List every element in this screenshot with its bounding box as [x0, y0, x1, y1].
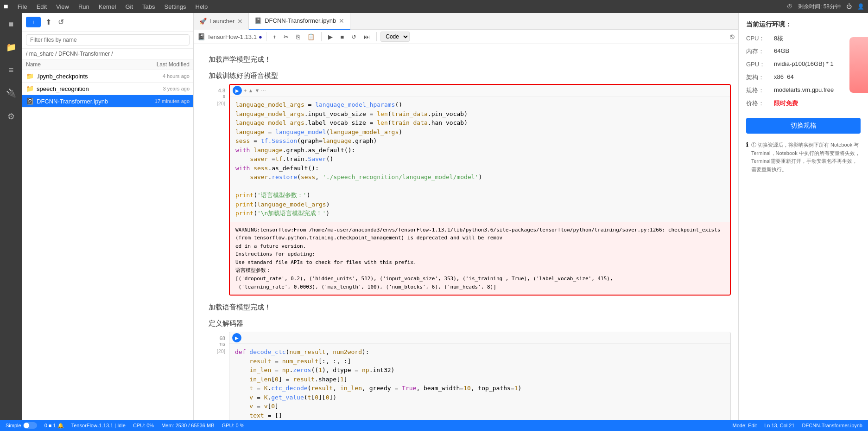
simple-toggle[interactable]: Simple	[6, 422, 37, 429]
file-item-checkpoints[interactable]: 📁 .ipynb_checkpoints 4 hours ago	[22, 70, 193, 83]
cell-type-select[interactable]: Code	[380, 32, 410, 42]
run-button[interactable]: ▶	[325, 32, 336, 42]
menu-git[interactable]: Git	[121, 2, 137, 11]
stop-button[interactable]: ■	[337, 32, 347, 42]
restart-run-button[interactable]: ⏭	[361, 32, 373, 42]
col-modified-header: Last Modified	[129, 61, 190, 68]
simple-label: Simple	[6, 423, 21, 428]
toggle-track[interactable]	[23, 422, 37, 429]
restart-button[interactable]: ↺	[348, 32, 359, 42]
sidebar-folder-icon[interactable]: 📁	[3, 39, 19, 55]
user-icon[interactable]: 👤	[857, 3, 864, 10]
kernel-circle-icon: ●	[259, 33, 262, 40]
sidebar-extension-icon[interactable]: 🔌	[3, 85, 19, 101]
tab-close-icon[interactable]: ✕	[339, 17, 344, 25]
share-button[interactable]: ⎋	[730, 32, 735, 41]
cell-4-8-output: WARNING:tensorflow:From /home/ma-user/an…	[230, 222, 730, 295]
sidebar-menu-icon[interactable]: ≡	[6, 63, 17, 78]
menu-edit[interactable]: Edit	[33, 2, 51, 11]
file-list: 📁 .ipynb_checkpoints 4 hours ago 📁 speec…	[22, 70, 193, 420]
menu-tabs[interactable]: Tabs	[139, 2, 158, 11]
info-cpu: CPU： 8核	[746, 34, 861, 43]
note-section: ℹ ① 切换资源后，将影响实例下所有 Notebook 与 Terminal，N…	[746, 141, 861, 174]
new-button[interactable]: +	[26, 17, 41, 27]
status-bar: Simple 0 ■ 1 🔔 TensorFlow-1.13.1 | Idle …	[0, 420, 868, 431]
notebook-toolbar: 📓 TensorFlow-1.13.1 ● + ✂ ⎘ 📋 ▶ ■ ↺ ⏭ Co…	[194, 30, 738, 44]
paste-button[interactable]: 📋	[304, 32, 317, 42]
tab-launcher[interactable]: 🚀 Launcher ✕	[194, 13, 249, 30]
file-modified-time: 3 years ago	[134, 86, 190, 91]
menu-view[interactable]: View	[52, 2, 73, 11]
cell-68-wrapper: 68 ms [20] ▶ def decode_ctc(num_result, …	[201, 332, 731, 420]
right-panel-title: 当前运行环境：	[746, 20, 861, 29]
info-spec: 规格： modelarts.vm.gpu.free	[746, 86, 861, 95]
power-icon[interactable]: ⏻	[846, 3, 852, 10]
info-circle-icon: ℹ	[746, 141, 748, 148]
cell-68-code[interactable]: def decode_ctc(num_result, num2word): re…	[229, 344, 730, 420]
cpu-value: 8核	[774, 34, 861, 43]
menu-file[interactable]: File	[14, 2, 31, 11]
gpu-value: nvidia-p100(16GB) * 1	[774, 60, 861, 67]
upload-button[interactable]: ⬆	[44, 16, 53, 28]
info-mem: 内存： 64GB	[746, 47, 861, 56]
menu-bar: ■ File Edit View Run Kernel Git Tabs Set…	[0, 0, 868, 13]
kernel-name: TensorFlow-1.13.1	[207, 33, 257, 40]
breadcrumb: / ma_share / DFCNN-Transformer /	[22, 49, 193, 59]
cell-run-button[interactable]: ▶	[232, 333, 241, 342]
cell-4-8-header: ▶ + ▲ ▼ ⋯	[230, 85, 730, 96]
cell-68-header: ▶	[229, 332, 730, 344]
note-text: ① 切换资源后，将影响实例下所有 Notebook 与 Terminal，Not…	[751, 141, 861, 174]
mem-value: 64GB	[774, 47, 861, 54]
edit-mode: Mode: Edit	[733, 423, 757, 428]
toggle-thumb	[24, 423, 29, 428]
status-indicators: 0 ■ 1 🔔	[44, 423, 64, 429]
file-item-notebook[interactable]: 📓 DFCNN-Transformer.ipynb 17 minutes ago	[22, 95, 193, 108]
cut-button[interactable]: ✂	[281, 32, 291, 42]
sidebar-home-icon[interactable]: ■	[6, 17, 17, 32]
notebook-tab-icon: 📓	[254, 17, 262, 24]
spec-value: modelarts.vm.gpu.free	[774, 86, 861, 93]
file-list-header: Name Last Modified	[22, 59, 193, 70]
cell-4-8-code[interactable]: language_model_args = language_model_hpa…	[230, 96, 730, 222]
toolbar-separator	[266, 32, 266, 41]
file-browser-toolbar: + ⬆ ↺	[22, 13, 193, 32]
cell-text-load-language: 加载训练好的语音模型	[201, 68, 731, 84]
toolbar-separator-2	[321, 32, 322, 41]
cell-text-acoustic: 加载声学模型完成！	[201, 51, 731, 68]
tab-close-icon[interactable]: ✕	[237, 18, 243, 25]
menu-run[interactable]: Run	[75, 2, 93, 11]
file-name: .ipynb_checkpoints	[37, 73, 134, 80]
cell-68-box: ▶ def decode_ctc(num_result, num2word): …	[229, 332, 731, 420]
right-panel: 当前运行环境： CPU： 8核 内存： 64GB GPU： nvidia-p10…	[738, 13, 868, 420]
filter-bar	[22, 32, 193, 49]
timer-text: 剩余时间: 58分钟	[798, 3, 841, 11]
switch-spec-button[interactable]: 切换规格	[746, 118, 861, 134]
avatar-decoration	[849, 37, 868, 93]
file-modified-time: 4 hours ago	[134, 73, 190, 79]
launcher-tab-icon: 🚀	[199, 18, 207, 25]
folder-icon: 📁	[26, 72, 34, 80]
cell-text-define-decoder: 定义解码器	[201, 315, 731, 332]
content-area: 🚀 Launcher ✕ 📓 DFCNN-Transformer.ipynb ✕…	[194, 13, 738, 420]
cell-text-load-done: 加载语音模型完成！	[201, 299, 731, 315]
gpu-label: GPU：	[746, 60, 774, 69]
plus-icon: +	[32, 19, 35, 26]
filter-input[interactable]	[26, 34, 190, 45]
menu-settings[interactable]: Settings	[161, 2, 190, 11]
tab-label: Launcher	[209, 18, 234, 25]
menu-kernel[interactable]: Kernel	[95, 2, 120, 11]
cell-run-button[interactable]: ▶	[233, 86, 242, 95]
notebook-content: 加载声学模型完成！ 加载训练好的语音模型 4.8 s [20] ▶ + ▲ ▼ …	[194, 44, 738, 420]
arch-label: 架构：	[746, 73, 774, 82]
gpu-status: GPU: 0 %	[222, 423, 244, 428]
menu-help[interactable]: Help	[192, 2, 212, 11]
cursor-position: Ln 13, Col 21	[764, 423, 794, 428]
file-item-speech-recognition[interactable]: 📁 speech_recognition 3 years ago	[22, 83, 193, 95]
spec-label: 规格：	[746, 86, 774, 95]
tab-notebook[interactable]: 📓 DFCNN-Transformer.ipynb ✕	[249, 13, 350, 30]
copy-button[interactable]: ⎘	[293, 32, 303, 42]
add-cell-button[interactable]: +	[270, 32, 279, 42]
sidebar-settings-icon[interactable]: ⚙	[5, 109, 18, 124]
refresh-button[interactable]: ↺	[56, 16, 66, 28]
file-modified-time: 17 minutes ago	[134, 98, 190, 104]
